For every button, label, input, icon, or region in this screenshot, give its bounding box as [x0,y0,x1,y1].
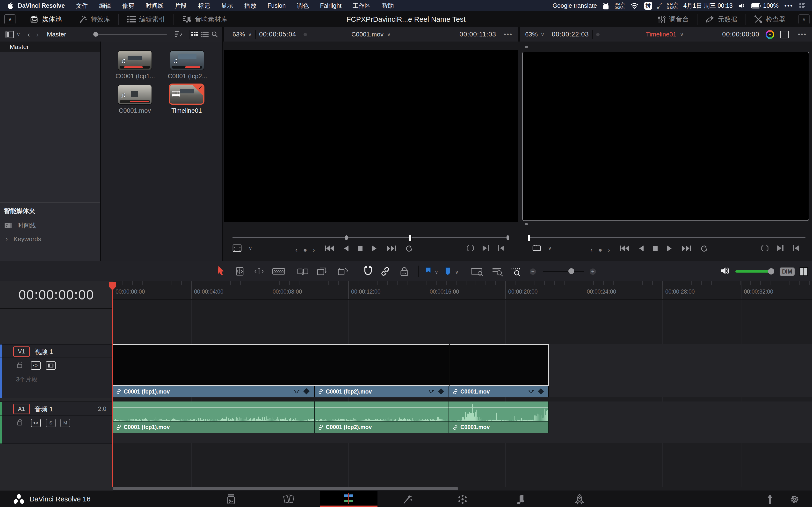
stop-icon[interactable] [357,244,363,252]
custom-zoom-icon[interactable] [510,267,522,277]
razor-edit-mode-icon[interactable] [272,267,285,276]
last-frame-icon[interactable] [681,244,692,252]
page-fusion-button[interactable] [401,493,414,506]
battery-indicator[interactable]: 100% [751,0,779,11]
clip-card-label[interactable]: C0001 (fcp2... [168,72,206,80]
project-manager-button[interactable] [764,493,776,506]
timeline-zoom-slider[interactable] [543,271,584,272]
flag-chevron-icon[interactable]: ∨ [435,269,439,275]
marker-icon[interactable] [445,267,451,276]
apple-logo-icon[interactable] [7,2,13,9]
timeline-zoom-slider-handle[interactable] [568,268,574,274]
page-cut-button[interactable] [283,493,295,506]
dim-button[interactable]: DIM [779,268,795,276]
sidebar-toggle-chevron-icon[interactable]: ∨ [16,32,20,38]
curve-icon[interactable] [294,389,300,394]
clip-card-c0001-fcp1[interactable]: ♫ [118,51,152,70]
filmstrip-mode-icon[interactable] [233,244,242,252]
marker-chevron-icon[interactable]: ∨ [455,269,459,275]
play-icon[interactable] [371,244,378,252]
list-view-icon[interactable] [201,31,209,38]
keyframe-diamond-icon[interactable] [438,388,444,394]
viewer-flag-top-icon[interactable] [524,45,529,51]
timeline-scrubber[interactable] [527,235,806,241]
panel-collapse-checkbox-icon[interactable]: ∨ [4,14,15,24]
menu-item-view[interactable]: 显示 [221,2,233,10]
overwrite-clip-icon[interactable] [316,267,328,276]
play-icon[interactable] [666,244,673,252]
play-reverse-icon[interactable] [342,244,349,252]
auto-select-toggle[interactable]: <> [31,361,41,370]
tab-metadata[interactable]: 元数据 [698,11,746,27]
track-lock-icon[interactable] [17,419,23,426]
source-in-point-handle[interactable] [345,235,348,240]
track-lock-icon[interactable] [17,361,23,369]
keyframe-diamond-icon[interactable] [538,388,544,394]
timeline-zoom-level[interactable]: 63% [525,31,538,38]
tab-effects-library[interactable]: 特效库 [70,11,118,27]
thumb-size-slider[interactable] [94,34,167,35]
auto-select-toggle[interactable]: <> [31,419,41,427]
curve-icon[interactable] [428,389,435,394]
trim-edit-mode-icon[interactable] [234,267,246,276]
video-clip-c0001[interactable]: C0001.mov [449,386,549,397]
source-viewer-canvas[interactable] [224,50,518,222]
match-frame-icon[interactable] [466,244,474,252]
video-clip-fcp2[interactable]: C0001 (fcp2).mov [315,386,449,397]
keywords-expand-chevron-icon[interactable]: › [6,236,8,242]
input-method-icon[interactable]: 拼 [644,2,652,10]
timeline-horizontal-scrollbar[interactable] [113,487,458,490]
full-extent-zoom-icon[interactable] [471,267,484,277]
clip-card-c0001[interactable]: ♫ [118,85,152,104]
timeline-ruler[interactable]: 00:00:00:00 00:00:04:00 00:00:08:00 00:0… [113,281,812,300]
notification-center-icon[interactable] [799,3,806,9]
source-clip-chevron-icon[interactable]: ∨ [387,32,391,38]
menu-item-playback[interactable]: 播放 [244,2,256,10]
sort-icon[interactable] [174,31,183,38]
dual-pane-icon[interactable] [800,267,808,276]
timeline-zoom-chevron-icon[interactable]: ∨ [541,32,545,38]
solo-toggle[interactable]: S [46,419,56,427]
audio-track-name[interactable]: 音频 1 [35,405,53,413]
grid-view-icon[interactable] [191,31,199,38]
video-track-name[interactable]: 视频 1 [35,347,53,356]
clip-card-label[interactable]: C0001.mov [115,107,154,114]
page-edit-button-active[interactable] [320,491,377,506]
gate-mode-icon[interactable] [532,244,541,252]
bin-item-timelines[interactable]: 时间线 [0,220,100,231]
goto-out-icon[interactable] [776,244,784,252]
tab-inspector[interactable]: 检查器 [746,11,794,27]
loop-icon[interactable] [700,244,708,252]
timeline-playhead-handle[interactable] [527,235,530,241]
menu-item-trim[interactable]: 修剪 [122,2,134,10]
volume-menu-icon[interactable] [739,3,745,9]
zoom-in-button[interactable]: + [590,269,596,275]
viewer-flag-bottom-icon[interactable] [524,222,529,227]
flag-icon[interactable] [425,267,432,276]
page-fairlight-button[interactable] [515,493,527,506]
clip-card-timeline01[interactable]: ✓ [170,85,203,104]
mode-chevron-icon[interactable]: ∨ [548,245,552,251]
dynamic-trim-mode-icon[interactable] [253,267,265,276]
timeline-jog-control[interactable]: ‹ ● › [591,246,612,254]
video-track-header[interactable]: V1 视频 1 <> 3个片段 [0,344,113,398]
stop-icon[interactable] [652,244,659,252]
resolve-fx-icon[interactable]: ✦ [766,30,774,39]
source-clip-name[interactable]: C0001.mov [351,31,384,38]
menu-clock[interactable]: 4月1日 周三 00:13 [683,2,732,10]
clip-card-label[interactable]: C0001 (fcp1... [115,72,154,80]
search-icon[interactable] [211,31,218,38]
last-frame-icon[interactable] [386,244,397,252]
goto-in-icon[interactable] [497,244,505,252]
menu-item-help[interactable]: 帮助 [382,2,394,10]
curve-icon[interactable] [528,389,534,394]
first-frame-icon[interactable] [324,244,335,252]
clip-card-c0001-fcp2[interactable]: ♫ [170,51,204,70]
wifi-icon[interactable] [630,3,639,9]
video-track-id-badge[interactable]: V1 [13,346,30,356]
match-frame-icon[interactable] [761,244,769,252]
video-clip-fcp2-film[interactable] [315,344,449,386]
menu-item-mark[interactable]: 标记 [198,2,210,10]
timeline-name-chevron-icon[interactable]: ∨ [680,32,684,38]
detail-zoom-icon[interactable] [492,267,504,277]
